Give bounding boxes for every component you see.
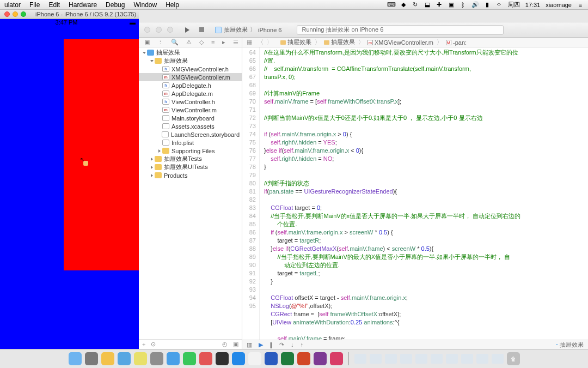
continue-icon[interactable]: ‖	[270, 341, 273, 348]
crumb-0[interactable]: 抽屉效果	[287, 38, 311, 46]
window-close-button[interactable]	[4, 11, 10, 17]
notification-center-icon[interactable]: ≡	[577, 2, 584, 8]
minimized-window-icon[interactable]	[415, 354, 427, 364]
file-tree-item[interactable]: 抽屉效果UITests	[139, 163, 242, 171]
sync-icon[interactable]: ↻	[412, 2, 419, 8]
word-app-icon[interactable]	[265, 352, 278, 365]
run-button[interactable]	[185, 27, 189, 33]
facetime-app-icon[interactable]	[183, 352, 196, 365]
minimized-window-icon[interactable]	[446, 354, 458, 364]
file-tree-item[interactable]: mViewController.m	[139, 106, 242, 114]
input-icon[interactable]: ⌨	[388, 2, 395, 8]
wifi-icon[interactable]: ⌔	[496, 2, 503, 8]
nav-report-icon[interactable]: ☰	[233, 39, 238, 46]
disclosure-triangle-icon[interactable]	[151, 174, 153, 177]
forward-icon[interactable]: 〉	[267, 38, 273, 46]
disclosure-triangle-icon[interactable]	[143, 52, 146, 54]
menu-file[interactable]: File	[29, 1, 40, 9]
step-out-icon[interactable]: ↑	[301, 341, 304, 348]
hide-debug-icon[interactable]: ▥	[247, 341, 252, 348]
notes-app-icon[interactable]	[134, 352, 147, 365]
nav-issue-icon[interactable]: ⚠	[186, 39, 192, 46]
menu-help[interactable]: Help	[166, 1, 179, 9]
crumb-1[interactable]: 抽屉效果	[331, 38, 355, 46]
minimized-window-icon[interactable]	[431, 354, 443, 364]
filter-icon[interactable]: ⊙	[151, 341, 156, 348]
nav-test-icon[interactable]: ◇	[199, 39, 204, 46]
user-name[interactable]: xiaomage	[546, 2, 572, 8]
code-content[interactable]: //在这里为什么不用Transform,是因为我们移动时,要改变的尺寸大小.用T…	[260, 47, 588, 340]
editor-jump-bar[interactable]: ▦ 〈 〉 抽屉效果 〉 抽屉效果 〉 m XMGViewController.…	[242, 38, 588, 47]
breakpoints-icon[interactable]: ▶	[259, 341, 263, 348]
battery-icon[interactable]: ▮	[484, 2, 491, 8]
minimized-window-icon[interactable]	[476, 354, 488, 364]
file-tree-item[interactable]: Info.plist	[139, 138, 242, 147]
scm-icon[interactable]: ▣	[233, 341, 238, 348]
file-tree-item[interactable]: LaunchScreen.storyboard	[139, 130, 242, 138]
pages-app-icon[interactable]	[248, 352, 261, 365]
minimized-window-icon[interactable]	[354, 354, 366, 364]
line-gutter[interactable]: 64 65 66 67 68 69 70 71 72 73 74 75 76 7…	[242, 47, 260, 340]
file-tree-item[interactable]: hXMGViewController.h	[139, 65, 242, 73]
clock-time[interactable]: 17:31	[525, 2, 541, 8]
simulator-screen[interactable]: 3:47 PM ▬ ↖	[0, 19, 139, 349]
xcode-zoom-button[interactable]	[167, 27, 173, 33]
file-tree-item[interactable]: mAppDelegate.m	[139, 89, 242, 98]
teams-app-icon[interactable]	[330, 352, 343, 365]
dropbox-icon[interactable]: ⬓	[424, 2, 431, 8]
menu-app[interactable]: ulator	[4, 1, 21, 9]
window-zoom-button[interactable]	[21, 11, 26, 17]
jumpbar-crumbs[interactable]: 抽屉效果 〉 抽屉效果 〉 m XMGViewController.m 〉 M …	[280, 38, 467, 46]
menu-debug[interactable]: Debug	[106, 1, 125, 9]
file-tree-item[interactable]: hViewController.h	[139, 98, 242, 106]
chrome-app-icon[interactable]	[101, 352, 114, 365]
terminal-app-icon[interactable]	[216, 352, 229, 365]
safari-app-icon[interactable]	[167, 352, 180, 365]
clock-icon[interactable]: ◴	[222, 341, 228, 348]
minimized-window-icon[interactable]	[385, 354, 397, 364]
minimized-window-icon[interactable]	[461, 354, 473, 364]
file-tree-item[interactable]: Supporting Files	[139, 147, 242, 155]
simulator-titlebar[interactable]: iPhone 6 - iPhone 6 / iOS 9.2 (13C75)	[0, 10, 139, 19]
ppt-app-icon[interactable]	[297, 352, 310, 365]
onenote-app-icon[interactable]	[314, 352, 327, 365]
menu-edit[interactable]: Edit	[48, 1, 60, 9]
finder-app-icon[interactable]	[69, 352, 82, 365]
file-tree-item[interactable]: 抽屉效果Tests	[139, 155, 242, 163]
excel-app-icon[interactable]	[281, 352, 294, 365]
xcode-app-icon[interactable]	[232, 352, 245, 365]
mail-app-icon[interactable]	[118, 352, 131, 365]
minimized-window-icon[interactable]	[400, 354, 412, 364]
add-button[interactable]: +	[142, 341, 145, 348]
simulator-red-view[interactable]: ↖	[64, 39, 139, 270]
launchpad-app-icon[interactable]	[85, 352, 98, 365]
screen-app-icon[interactable]	[199, 352, 212, 365]
file-tree-item[interactable]: Main.storyboard	[139, 114, 242, 122]
file-tree-item[interactable]: Products	[139, 171, 242, 179]
disclosure-triangle-icon[interactable]	[158, 149, 161, 153]
stop-button[interactable]	[199, 27, 204, 32]
nav-symbol-icon[interactable]: ⋮	[157, 39, 163, 46]
file-tree-item[interactable]: 抽屉效果	[139, 49, 242, 57]
file-tree-item[interactable]: Assets.xcassets	[139, 122, 242, 130]
evernote-icon[interactable]: ◆	[400, 2, 407, 8]
nav-breakpoint-icon[interactable]: ▸	[222, 39, 225, 46]
file-tree-item[interactable]: mXMGViewController.m	[139, 73, 242, 81]
crumb-2[interactable]: XMGViewController.m	[375, 39, 433, 46]
trash-icon[interactable]: 🗑	[507, 352, 520, 365]
file-tree-item[interactable]: 抽屉效果	[139, 57, 242, 65]
nav-project-icon[interactable]: ▣	[144, 39, 150, 46]
file-tree-item[interactable]: hAppDelegate.h	[139, 81, 242, 89]
shiftit-icon[interactable]: ✚	[436, 2, 443, 8]
bluetooth-icon[interactable]: ᛒ	[460, 2, 467, 8]
displays-icon[interactable]: ▣	[448, 2, 455, 8]
crumb-3[interactable]: -pan:	[453, 39, 467, 46]
step-over-icon[interactable]: ↷	[279, 341, 284, 348]
menu-hardware[interactable]: Hardware	[69, 1, 97, 9]
nav-debug-icon[interactable]: ≡	[211, 39, 215, 46]
disclosure-triangle-icon[interactable]	[150, 60, 154, 62]
date-day[interactable]: 周四	[508, 1, 520, 9]
xcode-close-button[interactable]	[144, 27, 150, 33]
xcode-minimize-button[interactable]	[156, 27, 162, 33]
disclosure-triangle-icon[interactable]	[151, 158, 153, 161]
